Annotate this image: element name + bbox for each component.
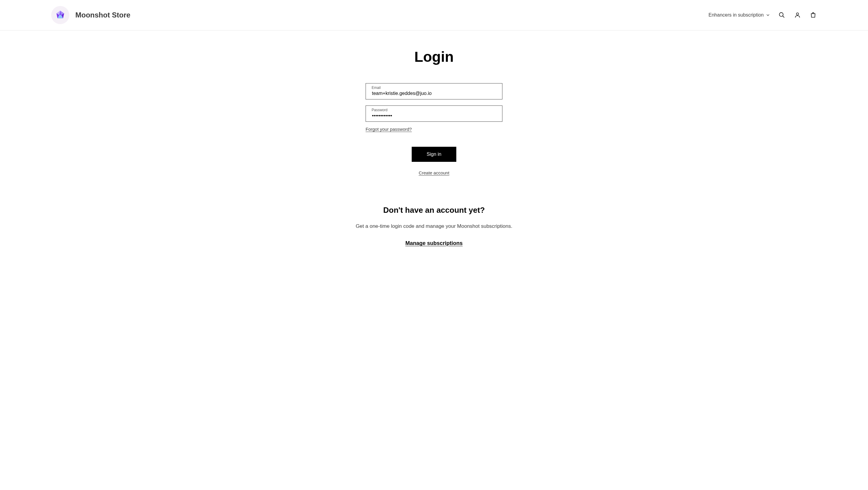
secondary-heading: Don't have an account yet? [304, 206, 564, 215]
page-title: Login [304, 49, 564, 65]
svg-point-6 [779, 13, 783, 17]
create-account-link[interactable]: Create account [366, 170, 502, 175]
main-content: Login Email Password Forgot your passwor… [299, 30, 569, 265]
login-form: Email Password Forgot your password? Sig… [366, 83, 502, 175]
secondary-section: Don't have an account yet? Get a one-tim… [304, 206, 564, 246]
header-right: Enhancers in subscription [709, 11, 817, 19]
forgot-password-link[interactable]: Forgot your password? [366, 127, 502, 132]
site-header: Moonshot Store Enhancers in subscription [0, 0, 868, 30]
password-field-wrapper: Password [366, 105, 502, 122]
signin-button[interactable]: Sign in [412, 147, 457, 162]
nav-enhancers-dropdown[interactable]: Enhancers in subscription [709, 12, 770, 18]
account-button[interactable] [794, 11, 801, 19]
svg-point-8 [796, 13, 798, 15]
store-name[interactable]: Moonshot Store [75, 11, 130, 19]
search-button[interactable] [778, 11, 785, 19]
secondary-text: Get a one-time login code and manage you… [304, 223, 564, 229]
email-label: Email [372, 86, 381, 90]
cart-icon [810, 12, 816, 19]
gem-icon [55, 10, 66, 21]
store-logo[interactable] [51, 6, 69, 24]
manage-subscriptions-link[interactable]: Manage subscriptions [405, 240, 463, 246]
svg-line-7 [783, 16, 784, 18]
header-left: Moonshot Store [51, 6, 130, 24]
password-label: Password [372, 108, 388, 112]
cart-button[interactable] [809, 11, 817, 19]
search-icon [778, 12, 785, 19]
chevron-down-icon [766, 13, 770, 17]
email-input[interactable] [366, 83, 502, 99]
nav-item-label: Enhancers in subscription [709, 12, 764, 18]
email-field-wrapper: Email [366, 83, 502, 99]
user-icon [794, 12, 801, 19]
